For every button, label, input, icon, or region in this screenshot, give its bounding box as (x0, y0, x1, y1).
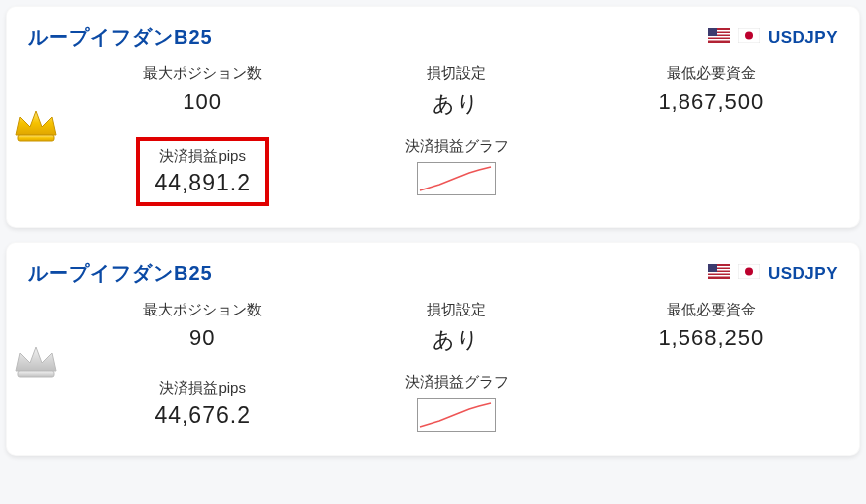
settlement-graph-thumbnail[interactable] (417, 162, 496, 195)
stoploss-stat: 損切設定 あり (329, 301, 583, 355)
settlement-pips-stat: 決済損益pips 44,891.2 (75, 137, 329, 206)
svg-rect-14 (708, 275, 730, 277)
settlement-pips-label: 決済損益pips (154, 379, 251, 398)
currency-pair[interactable]: USDJPY (708, 28, 838, 48)
max-positions-stat: 最大ポジション数 100 (75, 64, 329, 119)
min-funds-value: 1,867,500 (584, 89, 838, 115)
min-funds-value: 1,568,250 (584, 325, 838, 351)
max-positions-stat: 最大ポジション数 90 (75, 301, 329, 355)
svg-rect-4 (708, 36, 730, 38)
flag-us-icon (708, 28, 730, 47)
highlight-box: 決済損益pips 44,891.2 (136, 137, 269, 206)
svg-rect-13 (708, 272, 730, 274)
max-positions-value: 100 (75, 89, 329, 115)
min-funds-stat: 最低必要資金 1,867,500 (584, 64, 838, 119)
flag-jp-icon (738, 264, 760, 283)
rank-crown-silver (4, 341, 67, 381)
strategy-card[interactable]: ループイフダンB25 USDJPY 最大ポジション数 90 損切設定 あり 最低… (6, 242, 860, 456)
min-funds-stat: 最低必要資金 1,568,250 (584, 301, 838, 355)
currency-pair[interactable]: USDJPY (708, 264, 838, 284)
max-positions-label: 最大ポジション数 (75, 64, 329, 83)
svg-rect-5 (708, 39, 730, 41)
currency-pair-label: USDJPY (768, 264, 838, 284)
stoploss-stat: 損切設定 あり (329, 64, 583, 119)
max-positions-value: 90 (75, 325, 329, 351)
min-funds-label: 最低必要資金 (584, 301, 838, 319)
settlement-pips-value: 44,891.2 (154, 170, 251, 196)
svg-point-8 (745, 32, 753, 40)
strategy-card[interactable]: ループイフダンB25 USDJPY 最大ポジション数 100 損切設定 あり 最… (6, 6, 860, 228)
rank-crown-gold (4, 105, 67, 145)
settlement-graph-label: 決済損益グラフ (329, 137, 583, 156)
stoploss-label: 損切設定 (329, 64, 583, 83)
stoploss-label: 損切設定 (329, 301, 583, 319)
settlement-graph-block: 決済損益グラフ (329, 137, 583, 198)
max-positions-label: 最大ポジション数 (75, 301, 329, 319)
settlement-graph-label: 決済損益グラフ (329, 373, 583, 392)
pips-box: 決済損益pips 44,676.2 (140, 373, 265, 435)
settlement-pips-stat: 決済損益pips 44,676.2 (75, 373, 329, 435)
settlement-pips-label: 決済損益pips (154, 147, 251, 166)
svg-rect-0 (18, 135, 54, 141)
svg-rect-15 (708, 264, 717, 272)
settlement-graph-block: 決済損益グラフ (329, 373, 583, 435)
strategy-title[interactable]: ループイフダンB25 (28, 24, 213, 51)
flag-jp-icon (738, 28, 760, 47)
svg-point-17 (745, 268, 753, 276)
settlement-graph-thumbnail[interactable] (417, 398, 496, 432)
strategy-title[interactable]: ループイフダンB25 (28, 260, 213, 287)
min-funds-label: 最低必要資金 (584, 64, 838, 83)
flag-us-icon (708, 264, 730, 283)
settlement-pips-value: 44,676.2 (154, 402, 251, 429)
stoploss-value: あり (329, 325, 583, 355)
svg-rect-6 (708, 28, 717, 36)
stoploss-value: あり (329, 89, 583, 119)
currency-pair-label: USDJPY (768, 28, 838, 48)
svg-rect-9 (18, 371, 54, 377)
